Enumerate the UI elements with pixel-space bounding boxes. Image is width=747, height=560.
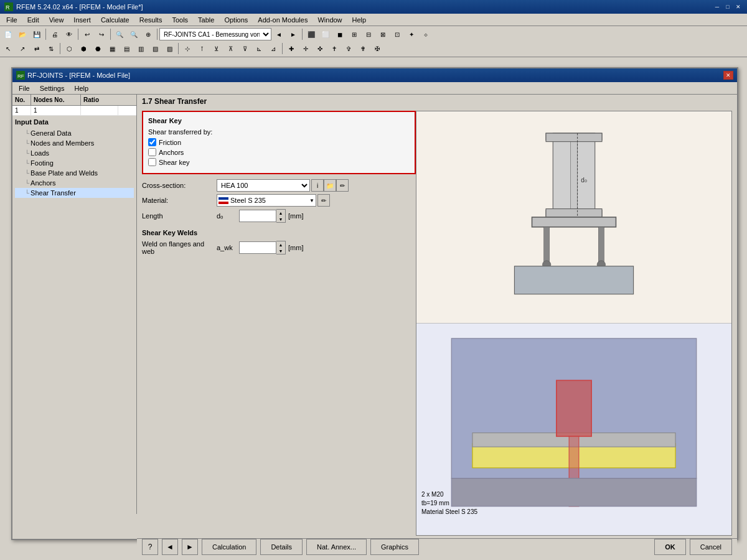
forward-icon-button[interactable]: ► bbox=[182, 539, 198, 555]
weld-down-btn[interactable]: ▼ bbox=[276, 248, 285, 254]
menu-help[interactable]: Help bbox=[347, 14, 372, 26]
back-icon-button[interactable]: ◄ bbox=[162, 539, 178, 555]
tb2-btn-e[interactable]: ⬡ bbox=[62, 42, 76, 55]
minimize-button[interactable]: ─ bbox=[712, 2, 722, 11]
tb2-btn-p[interactable]: ⊼ bbox=[223, 42, 237, 55]
tb-btn-g[interactable]: ⊡ bbox=[390, 27, 404, 41]
tb-print[interactable]: 🖨 bbox=[48, 27, 62, 41]
dialog-menu-help[interactable]: Help bbox=[69, 82, 93, 94]
tb-redo[interactable]: ↪ bbox=[95, 27, 108, 41]
tb2-btn-z[interactable]: ✠ bbox=[370, 42, 384, 55]
tb-fit[interactable]: ⊕ bbox=[141, 27, 155, 41]
tb2-btn-h[interactable]: ▦ bbox=[105, 42, 119, 55]
tb-btn-b[interactable]: ⬜ bbox=[319, 27, 332, 41]
tb-undo[interactable]: ↩ bbox=[80, 27, 94, 41]
tb2-btn-v[interactable]: ✜ bbox=[313, 42, 327, 55]
details-button[interactable]: Details bbox=[260, 539, 303, 555]
tb-preview[interactable]: 👁 bbox=[62, 27, 76, 41]
menu-results[interactable]: Results bbox=[134, 14, 167, 26]
cross-section-edit-btn[interactable]: ✏ bbox=[336, 179, 349, 192]
menu-tools[interactable]: Tools bbox=[167, 14, 193, 26]
title-bar-buttons[interactable]: ─ □ ✕ bbox=[712, 2, 743, 11]
tb2-btn-k[interactable]: ▧ bbox=[148, 42, 162, 55]
help-icon-button[interactable]: ? bbox=[142, 539, 158, 555]
tb-btn-e[interactable]: ⊟ bbox=[362, 27, 375, 41]
tree-base-plate[interactable]: Base Plate and Welds bbox=[15, 168, 134, 178]
tb-nav-back[interactable]: ◄ bbox=[272, 27, 286, 41]
anchors-checkbox[interactable] bbox=[148, 148, 156, 156]
tb2-btn-a[interactable]: ↖ bbox=[1, 42, 15, 55]
menu-options[interactable]: Options bbox=[219, 14, 253, 26]
tb-zoom-in[interactable]: 🔍 bbox=[113, 27, 126, 41]
cancel-button[interactable]: Cancel bbox=[690, 539, 732, 555]
tree-anchors[interactable]: Anchors bbox=[15, 178, 134, 188]
maximize-button[interactable]: □ bbox=[723, 2, 733, 11]
tb2-btn-l[interactable]: ▨ bbox=[162, 42, 176, 55]
menu-insert[interactable]: Insert bbox=[68, 14, 96, 26]
tb-zoom-out[interactable]: 🔍 bbox=[127, 27, 141, 41]
material-select[interactable]: Steel S 235 ▼ bbox=[217, 194, 316, 207]
tb-btn-c[interactable]: ◼ bbox=[333, 27, 347, 41]
dialog-menu-file[interactable]: File bbox=[14, 82, 35, 94]
close-button[interactable]: ✕ bbox=[733, 2, 743, 11]
menu-view[interactable]: View bbox=[44, 14, 69, 26]
menu-window[interactable]: Window bbox=[312, 14, 347, 26]
tb-btn-d[interactable]: ⊞ bbox=[347, 27, 361, 41]
weld-up-btn[interactable]: ▲ bbox=[276, 241, 285, 248]
tree-footing[interactable]: Footing bbox=[15, 158, 134, 168]
tb2-btn-x[interactable]: ✞ bbox=[342, 42, 355, 55]
cross-section-folder-btn[interactable]: 📁 bbox=[324, 179, 336, 192]
tb-btn-f[interactable]: ⊠ bbox=[376, 27, 390, 41]
tb2-btn-r[interactable]: ⊾ bbox=[252, 42, 266, 55]
menu-edit[interactable]: Edit bbox=[22, 14, 44, 26]
friction-checkbox[interactable] bbox=[148, 138, 156, 146]
tb-btn-h[interactable]: ✦ bbox=[405, 27, 418, 41]
menu-file[interactable]: File bbox=[1, 14, 22, 26]
dialog-close-button[interactable]: ✕ bbox=[723, 71, 733, 80]
tb2-btn-u[interactable]: ✛ bbox=[299, 42, 312, 55]
weld-input[interactable] bbox=[239, 241, 276, 254]
menu-calculate[interactable]: Calculate bbox=[96, 14, 134, 26]
tb2-btn-d[interactable]: ⇅ bbox=[44, 42, 58, 55]
tb2-btn-t[interactable]: ✚ bbox=[284, 42, 298, 55]
tb2-btn-s[interactable]: ⊿ bbox=[266, 42, 280, 55]
tb-dropdown[interactable]: RF-JOINTS CA1 - Bemessung von Ansc bbox=[159, 28, 271, 40]
length-down-btn[interactable]: ▼ bbox=[276, 216, 285, 222]
tb2-btn-f[interactable]: ⬢ bbox=[77, 42, 90, 55]
tree-shear-transfer[interactable]: Shear Transfer bbox=[15, 188, 134, 198]
tb-new[interactable]: 📄 bbox=[1, 27, 15, 41]
length-input[interactable] bbox=[239, 210, 276, 222]
shear-key-checkbox[interactable] bbox=[148, 158, 156, 166]
tb-btn-a[interactable]: ⬛ bbox=[304, 27, 318, 41]
tb2-btn-c[interactable]: ⇄ bbox=[30, 42, 44, 55]
anchors-label[interactable]: Anchors bbox=[159, 149, 184, 156]
tree-loads[interactable]: Loads bbox=[15, 148, 134, 158]
dialog-menu-settings[interactable]: Settings bbox=[35, 82, 70, 94]
graphics-button[interactable]: Graphics bbox=[370, 539, 419, 555]
tb2-btn-q[interactable]: ⊽ bbox=[238, 42, 251, 55]
tb-nav-forward[interactable]: ► bbox=[286, 27, 300, 41]
cross-section-select[interactable]: HEA 100 bbox=[217, 179, 310, 192]
menu-table[interactable]: Table bbox=[193, 14, 219, 26]
tb2-btn-i[interactable]: ▤ bbox=[120, 42, 133, 55]
tb2-btn-g[interactable]: ⬣ bbox=[91, 42, 105, 55]
nat-annex-button[interactable]: Nat. Annex... bbox=[306, 539, 367, 555]
tb2-btn-j[interactable]: ▥ bbox=[134, 42, 148, 55]
tb2-btn-n[interactable]: ⊺ bbox=[195, 42, 209, 55]
length-up-btn[interactable]: ▲ bbox=[276, 210, 285, 216]
tb2-btn-o[interactable]: ⊻ bbox=[209, 42, 223, 55]
tb-btn-i[interactable]: ⟐ bbox=[419, 27, 433, 41]
material-edit-btn[interactable]: ✏ bbox=[317, 194, 330, 207]
table-row[interactable]: 1 1 bbox=[12, 106, 136, 116]
tb2-btn-b[interactable]: ↗ bbox=[16, 42, 29, 55]
tb2-btn-m[interactable]: ⊹ bbox=[181, 42, 194, 55]
tb2-btn-y[interactable]: ✟ bbox=[356, 42, 370, 55]
calculation-button[interactable]: Calculation bbox=[202, 539, 256, 555]
menu-addon[interactable]: Add-on Modules bbox=[253, 14, 312, 26]
tree-general-data[interactable]: General Data bbox=[15, 128, 134, 138]
cross-section-info-btn[interactable]: i bbox=[311, 179, 324, 192]
shear-key-label[interactable]: Shear key bbox=[159, 159, 190, 166]
tb-save[interactable]: 💾 bbox=[30, 27, 44, 41]
tb-open[interactable]: 📂 bbox=[16, 27, 29, 41]
tree-nodes-members[interactable]: Nodes and Members bbox=[15, 138, 134, 148]
